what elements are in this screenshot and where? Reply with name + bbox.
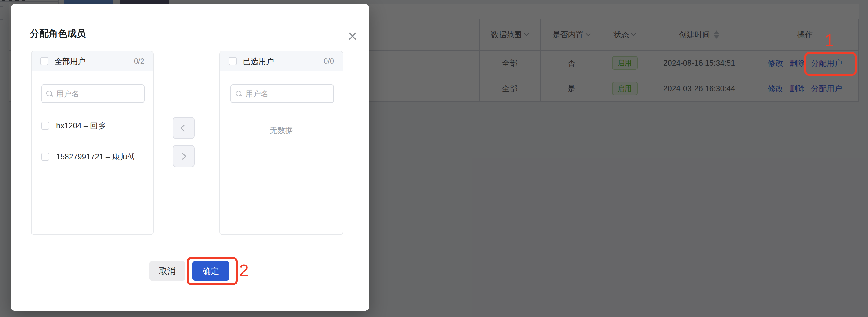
- chevron-left-icon: [181, 125, 188, 132]
- panel-title: 已选用户: [243, 56, 274, 66]
- annotation-number-step2: 2: [239, 262, 248, 279]
- list-item[interactable]: 15827991721 – 康帅傅: [41, 151, 135, 162]
- transfer-target-panel: 已选用户 0/0 无数据: [219, 51, 343, 235]
- empty-placeholder: 无数据: [220, 125, 343, 136]
- search-icon: [46, 90, 53, 97]
- item-label: hx1204 – 回乡: [56, 121, 105, 131]
- source-search-input[interactable]: [56, 89, 140, 98]
- source-search-box: [41, 84, 145, 103]
- select-all-checkbox[interactable]: [40, 57, 48, 65]
- move-to-target-button[interactable]: [173, 145, 194, 167]
- item-checkbox[interactable]: [41, 153, 49, 161]
- screen: 数据范围 是否内置 状态 创建时间 操作 全部 否 启用: [0, 0, 868, 317]
- search-icon: [236, 90, 242, 97]
- target-search-input[interactable]: [245, 89, 329, 98]
- panel-count: 0/0: [324, 57, 334, 65]
- close-icon[interactable]: [346, 30, 359, 43]
- annotation-box-step1: [805, 52, 857, 76]
- annotation-number-step1: 1: [825, 32, 834, 48]
- target-search-box: [230, 84, 334, 103]
- item-label: 15827991721 – 康帅傅: [56, 152, 135, 162]
- panel-title: 全部用户: [55, 56, 86, 66]
- list-item[interactable]: hx1204 – 回乡: [41, 120, 105, 131]
- panel-count: 0/2: [134, 57, 144, 65]
- item-checkbox[interactable]: [41, 122, 49, 129]
- transfer-source-panel: 全部用户 0/2 hx1204 – 回乡 15827991721 – 康帅傅: [31, 51, 154, 235]
- dialog-title: 分配角色成员: [30, 27, 86, 40]
- transfer-target-header: 已选用户 0/0: [220, 52, 343, 71]
- cancel-button[interactable]: 取消: [149, 261, 185, 281]
- annotation-box-step2: [187, 257, 238, 285]
- select-all-checkbox[interactable]: [228, 57, 237, 65]
- chevron-right-icon: [179, 153, 186, 160]
- transfer-source-header: 全部用户 0/2: [32, 52, 153, 71]
- move-to-source-button[interactable]: [173, 117, 194, 139]
